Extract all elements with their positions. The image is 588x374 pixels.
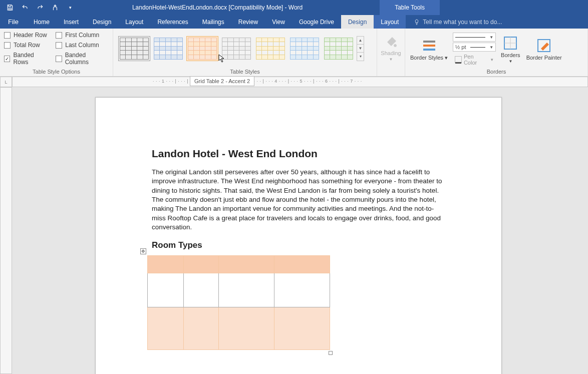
style-thumb-accent4[interactable] xyxy=(254,36,286,61)
label: Last Column xyxy=(65,42,99,49)
ribbon-tabs: File Home Insert Design Layout Reference… xyxy=(0,15,588,29)
tab-references[interactable]: References xyxy=(150,15,195,29)
group-shading: Shading ▼ xyxy=(377,29,405,76)
label: First Column xyxy=(65,32,99,39)
gallery-more-icon[interactable]: ▾ xyxy=(357,53,364,60)
label: ½ pt xyxy=(455,44,466,50)
tab-layout[interactable]: Layout xyxy=(118,15,150,29)
group-table-style-options: Header Row Total Row ✓Banded Rows First … xyxy=(0,29,113,76)
tab-google-drive[interactable]: Google Drive xyxy=(292,15,341,29)
bucket-icon xyxy=(383,33,399,49)
doc-heading-1[interactable]: Landon Hotel - West End London xyxy=(152,148,445,160)
contextual-tab-label: Table Tools xyxy=(380,0,440,15)
redo-button[interactable] xyxy=(34,2,46,14)
border-styles-icon xyxy=(421,38,437,54)
qat-customize-button[interactable]: ▾ xyxy=(64,2,76,14)
border-painter-button[interactable]: Border Painter xyxy=(523,32,565,67)
style-thumb-accent3[interactable] xyxy=(220,36,252,61)
pen-style-dropdown[interactable]: ▼ xyxy=(453,33,496,42)
border-styles-button[interactable]: Border Styles ▾ xyxy=(407,32,451,67)
vertical-ruler[interactable] xyxy=(0,87,12,374)
title-bar: ▾ LandonHotel-WestEndLondon.docx [Compat… xyxy=(0,0,588,15)
svg-rect-0 xyxy=(423,41,435,43)
svg-rect-1 xyxy=(423,45,435,47)
tab-file[interactable]: File xyxy=(0,15,27,29)
table-move-handle[interactable]: ✥ xyxy=(140,248,146,254)
ribbon: Header Row Total Row ✓Banded Rows First … xyxy=(0,29,588,77)
label: Border Painter xyxy=(526,55,562,61)
pen-weight-dropdown[interactable]: ½ pt▼ xyxy=(453,43,496,52)
horizontal-ruler-row: L · · · 1 · · · | · · · | · · · 1 · · · … xyxy=(0,77,588,87)
tab-insert[interactable]: Insert xyxy=(57,15,86,29)
document-table[interactable] xyxy=(147,255,330,350)
shading-button[interactable]: Shading ▼ xyxy=(379,30,403,65)
tab-home[interactable]: Home xyxy=(27,15,57,29)
style-tooltip: Grid Table 2 - Accent 2 xyxy=(190,76,254,86)
doc-paragraph[interactable]: The original Landon still perseveres aft… xyxy=(152,168,445,232)
chk-banded-rows[interactable]: ✓Banded Rows xyxy=(4,52,49,66)
table-resize-handle[interactable] xyxy=(329,351,333,355)
label: Borders xyxy=(501,52,520,58)
tab-view[interactable]: View xyxy=(265,15,292,29)
chk-first-column[interactable]: First Column xyxy=(56,32,109,39)
page: Landon Hotel - West End London The origi… xyxy=(95,97,502,374)
tab-table-design[interactable]: Design xyxy=(341,15,374,29)
save-button[interactable] xyxy=(4,2,16,14)
group-borders: Border Styles ▾ ▼ ½ pt▼ Pen Color ▼ Bord… xyxy=(405,29,588,76)
label: Banded Rows xyxy=(13,52,49,66)
tab-review[interactable]: Review xyxy=(231,15,265,29)
doc-heading-2[interactable]: Room Types xyxy=(152,240,445,250)
undo-button[interactable] xyxy=(19,2,31,14)
group-label: Table Styles xyxy=(115,68,375,76)
tab-table-layout[interactable]: Layout xyxy=(374,15,406,29)
label: Shading xyxy=(381,50,401,56)
gallery-down-icon[interactable]: ▼ xyxy=(357,45,364,53)
gallery-scroll[interactable]: ▲ ▼ ▾ xyxy=(357,36,364,61)
chk-last-column[interactable]: Last Column xyxy=(56,42,109,49)
tell-me-placeholder: Tell me what you want to do... xyxy=(423,19,502,26)
borders-button[interactable]: Borders ▼ xyxy=(498,32,523,67)
style-thumb-accent5[interactable] xyxy=(288,36,321,61)
style-thumb-accent6[interactable] xyxy=(323,36,355,61)
window-title: LandonHotel-WestEndLondon.docx [Compatib… xyxy=(80,4,355,11)
ruler-marks: · · · 1 · · · | · · · | · · · 1 · · · | … xyxy=(153,79,362,84)
workspace: Landon Hotel - West End London The origi… xyxy=(0,87,588,374)
label: Banded Columns xyxy=(65,52,109,66)
borders-icon xyxy=(502,35,518,51)
lightbulb-icon xyxy=(414,19,420,25)
horizontal-ruler[interactable]: · · · 1 · · · | · · · | · · · 1 · · · | … xyxy=(12,77,588,87)
chk-header-row[interactable]: Header Row xyxy=(4,32,49,39)
quick-access-toolbar: ▾ xyxy=(0,2,80,14)
style-thumb-plain[interactable] xyxy=(118,36,150,61)
style-thumb-accent1[interactable] xyxy=(152,36,184,61)
group-table-styles: ▲ ▼ ▾ Table Styles xyxy=(113,29,377,76)
group-label: Table Style Options xyxy=(4,68,109,76)
style-thumb-accent2[interactable] xyxy=(186,36,218,61)
label: Total Row xyxy=(14,42,40,49)
gallery-up-icon[interactable]: ▲ xyxy=(357,37,364,45)
document-area[interactable]: Landon Hotel - West End London The origi… xyxy=(12,87,588,374)
label: Pen Color xyxy=(464,54,488,66)
tab-design[interactable]: Design xyxy=(86,15,118,29)
svg-rect-2 xyxy=(423,49,435,51)
painter-icon xyxy=(536,38,552,54)
touch-mode-button[interactable] xyxy=(49,2,61,14)
pen-color-button[interactable]: Pen Color ▼ xyxy=(453,53,496,67)
tab-mailings[interactable]: Mailings xyxy=(195,15,231,29)
tell-me-search[interactable]: Tell me what you want to do... xyxy=(406,15,502,29)
chk-total-row[interactable]: Total Row xyxy=(4,42,49,49)
pen-icon xyxy=(455,56,462,63)
ruler-corner[interactable]: L xyxy=(0,77,12,87)
label: Header Row xyxy=(14,32,47,39)
group-label: Borders xyxy=(407,68,585,76)
label: Border Styles ▾ xyxy=(410,55,448,61)
chk-banded-columns[interactable]: Banded Columns xyxy=(56,52,109,66)
